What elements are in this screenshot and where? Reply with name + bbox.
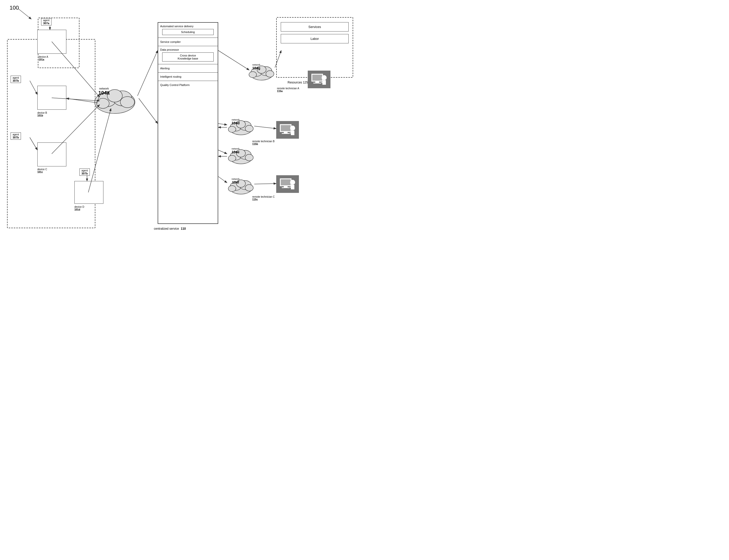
block-service-compiler: Service compiler xyxy=(158,38,218,46)
labor-box: Labor xyxy=(281,34,348,43)
svg-point-44 xyxy=(245,185,253,191)
network-104f-label: network 104f xyxy=(231,178,240,184)
technician-a-image xyxy=(308,71,330,88)
svg-point-31 xyxy=(245,154,253,161)
remote-tech-a-label: remote technician A 115a xyxy=(277,87,299,93)
agent-307a-label: agent 307a xyxy=(41,18,51,25)
svg-rect-48 xyxy=(282,187,289,188)
svg-rect-20 xyxy=(312,75,322,81)
svg-point-43 xyxy=(228,186,236,192)
network-104g-label: network 104g xyxy=(252,64,260,70)
svg-line-67 xyxy=(218,124,227,125)
network-104e-cloud xyxy=(227,144,255,166)
block-service-compiler-title: Service compiler xyxy=(160,40,216,43)
resources-container: Services Labor xyxy=(276,17,353,78)
svg-point-36 xyxy=(290,126,295,131)
svg-rect-33 xyxy=(281,125,290,131)
svg-point-17 xyxy=(228,126,236,132)
agent-307b-device-d-label: agent 307b xyxy=(79,168,90,176)
remote-tech-c-label: remote technician C 115c xyxy=(252,195,275,201)
svg-rect-34 xyxy=(284,132,287,133)
central-service-box: Automated service delivery Scheduling Se… xyxy=(158,22,218,224)
svg-line-0 xyxy=(18,9,31,19)
svg-point-18 xyxy=(245,125,253,132)
network-104d-cloud xyxy=(227,115,255,137)
device-b-box xyxy=(37,86,66,110)
services-box: Services xyxy=(281,22,348,32)
device-d-box xyxy=(74,181,103,204)
block-automated-service: Automated service delivery Scheduling xyxy=(158,23,218,38)
svg-rect-46 xyxy=(281,179,290,185)
network-104a-label: network 104a xyxy=(98,87,110,96)
svg-point-30 xyxy=(228,155,236,161)
block-scheduling: Scheduling xyxy=(162,29,214,35)
ref-arrow xyxy=(17,8,35,21)
svg-point-6 xyxy=(120,97,134,108)
remote-tech-b-label: remote technician B 115b xyxy=(252,140,274,145)
svg-rect-38 xyxy=(290,133,292,133)
block-automated-title: Automated service delivery xyxy=(160,25,216,28)
network-104e-label: network 104e xyxy=(231,148,240,154)
svg-rect-25 xyxy=(321,82,323,83)
block-intelligent-routing: Intelligent routing xyxy=(158,73,218,81)
svg-line-69 xyxy=(254,126,276,129)
block-quality-control-title: Quality Control Platform xyxy=(160,83,216,86)
svg-point-5 xyxy=(97,98,109,108)
resources-label: Resources 125 xyxy=(287,81,308,84)
svg-point-23 xyxy=(321,75,327,80)
svg-line-65 xyxy=(218,50,249,70)
svg-line-63 xyxy=(137,50,158,96)
svg-rect-22 xyxy=(313,83,321,83)
svg-line-70 xyxy=(218,150,227,154)
svg-point-11 xyxy=(249,72,256,78)
technician-c-image xyxy=(276,175,299,193)
block-data-processor-title: Data processor xyxy=(160,48,216,51)
svg-line-64 xyxy=(139,98,158,124)
device-c-label: device C 101c xyxy=(37,168,47,173)
block-intelligent-routing-title: Intelligent routing xyxy=(160,75,216,78)
central-service-label: centralized service 110 xyxy=(154,227,186,230)
device-b-label: device B 101b xyxy=(37,111,47,117)
block-cross-device: Cross deviceKnowledge base xyxy=(162,52,214,62)
svg-point-12 xyxy=(266,71,274,77)
network-104g-cloud xyxy=(248,60,275,82)
device-d-label: device D 101d xyxy=(74,205,84,211)
network-104f-cloud xyxy=(227,174,255,196)
svg-rect-47 xyxy=(284,186,287,187)
diagram: 100 agent 307a device A 101a agent 307b … xyxy=(0,0,364,280)
block-alerting-title: Alerting xyxy=(160,67,216,70)
technician-b-image xyxy=(276,121,299,139)
device-c-box xyxy=(37,142,66,166)
svg-rect-35 xyxy=(282,133,289,134)
svg-line-73 xyxy=(254,184,276,184)
svg-line-72 xyxy=(218,176,227,183)
network-104d-label: network 104d xyxy=(231,119,240,125)
block-quality-control: Quality Control Platform xyxy=(158,81,218,89)
svg-point-49 xyxy=(290,180,295,185)
block-alerting: Alerting xyxy=(158,64,218,73)
agent-307b-bottom-label: agent 307b xyxy=(11,132,21,140)
svg-rect-51 xyxy=(290,187,292,188)
block-data-processor: Data processor Cross deviceKnowledge bas… xyxy=(158,46,218,64)
device-a-box xyxy=(37,30,66,54)
agent-307b-top-label: agent 307b xyxy=(11,76,21,83)
network-104a-cloud xyxy=(91,77,139,116)
svg-rect-21 xyxy=(315,81,319,83)
device-a-label: device A 101a xyxy=(39,55,48,61)
